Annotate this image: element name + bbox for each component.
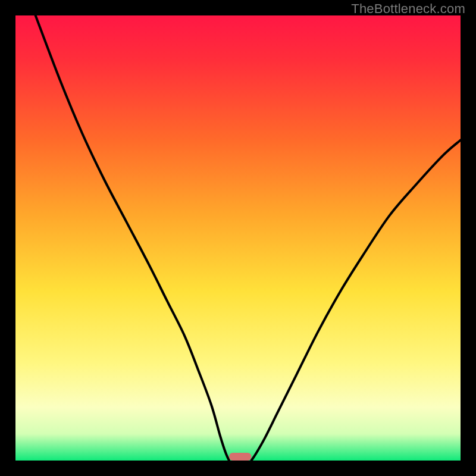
plot-background-gradient xyxy=(15,15,461,461)
watermark-text: TheBottleneck.com xyxy=(351,1,465,17)
bottleneck-chart xyxy=(0,0,476,476)
chart-stage: TheBottleneck.com xyxy=(0,0,476,476)
sweet-spot-marker xyxy=(229,453,251,461)
